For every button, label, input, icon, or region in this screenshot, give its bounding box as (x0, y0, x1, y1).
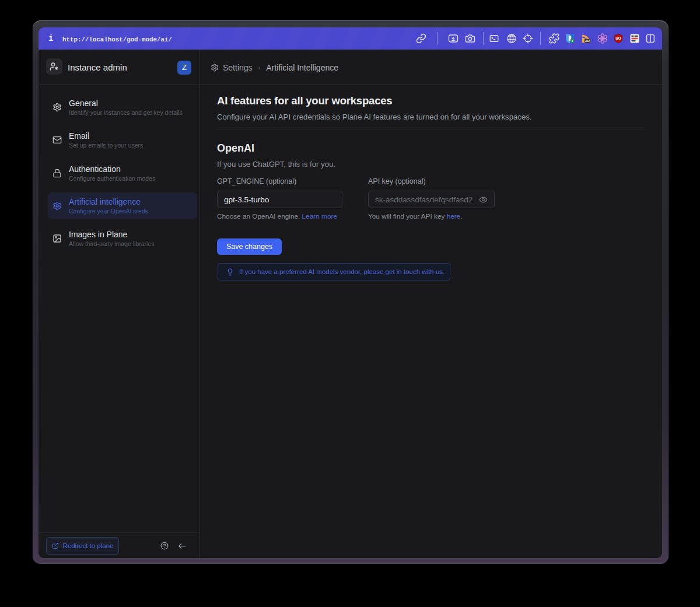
svg-text:uO: uO (615, 36, 621, 40)
svg-text:1: 1 (572, 39, 573, 43)
svg-text:302: 302 (585, 40, 590, 43)
